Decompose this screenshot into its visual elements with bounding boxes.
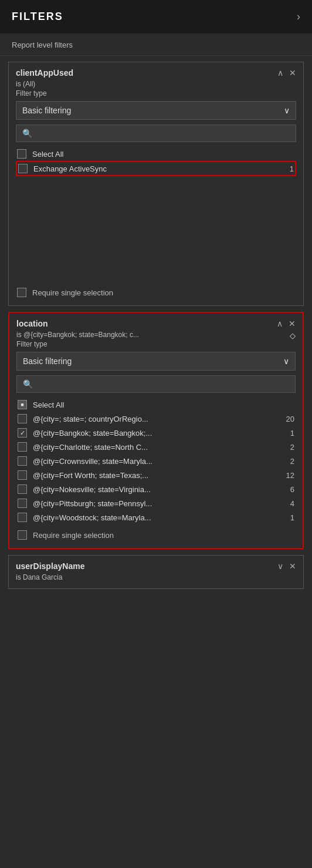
label-location-0: @{city=; state=; countryOrRegio... — [33, 415, 148, 423]
count-location-7: 1 — [290, 513, 294, 522]
checkbox-row-selectall-location[interactable]: Select All — [16, 398, 296, 412]
label-location-6: @{city=Pittsburgh; state=Pennsyl... — [33, 499, 152, 508]
checkbox-location-6[interactable] — [18, 499, 27, 508]
checkbox-location-1[interactable] — [18, 428, 27, 438]
filter-card-header-location: location ∧ ✕ — [16, 319, 296, 328]
count-location-6: 4 — [290, 499, 294, 508]
checkbox-label-exchangeactivesync: Exchange ActiveSync — [33, 164, 107, 173]
collapse-icon-location[interactable]: ∧ — [277, 319, 283, 328]
checkbox-row-location-1[interactable]: @{city=Bangkok; state=Bangkok;... 1 — [16, 426, 296, 440]
filter-status-clientappused: is (All) — [16, 80, 296, 88]
count-location-1: 1 — [290, 429, 294, 438]
collapse-icon-clientappused[interactable]: ∧ — [277, 68, 283, 78]
checkbox-row-location-7[interactable]: @{city=Woodstock; state=Maryla... 1 — [16, 510, 296, 524]
spacer-clientappused — [16, 176, 296, 282]
filter-card-actions: ∧ ✕ — [277, 68, 296, 78]
filter-type-value-clientappused: Basic filtering — [22, 106, 71, 115]
label-location-3: @{city=Crownsville; state=Maryla... — [33, 457, 152, 466]
checkbox-location-5[interactable] — [18, 485, 27, 494]
filter-title-userdisplayname: userDisplayName — [16, 561, 85, 571]
require-label-clientappused: Require single selection — [32, 288, 113, 297]
filter-card-actions-userdisplayname: ∨ ✕ — [277, 561, 296, 571]
filter-type-value-location: Basic filtering — [23, 356, 72, 366]
checkbox-row-selectall-clientappused[interactable]: Select All — [16, 147, 296, 161]
filter-card-userdisplayname: userDisplayName ∨ ✕ is Dana Garcia — [8, 555, 304, 589]
checkbox-require-location[interactable] — [18, 530, 27, 540]
label-location-7: @{city=Woodstock; state=Maryla... — [33, 513, 151, 522]
checkbox-exchangeactivesync[interactable] — [18, 164, 28, 173]
filter-type-dropdown-location[interactable]: Basic filtering ∨ — [16, 352, 296, 371]
filters-title: FILTERS — [12, 11, 63, 23]
close-icon-location[interactable]: ✕ — [289, 319, 296, 328]
filter-card-header-userdisplayname: userDisplayName ∨ ✕ — [16, 561, 296, 571]
label-location-5: @{city=Nokesville; state=Virginia... — [33, 485, 151, 494]
checkbox-row-location-6[interactable]: @{city=Pittsburgh; state=Pennsyl... 4 — [16, 496, 296, 510]
filter-title-location: location — [16, 319, 48, 328]
checkbox-row-location-3[interactable]: @{city=Crownsville; state=Maryla... 2 — [16, 454, 296, 468]
checkbox-location-7[interactable] — [18, 513, 27, 522]
checkbox-location-0[interactable] — [18, 414, 27, 423]
search-icon-clientappused: 🔍 — [22, 129, 32, 138]
search-icon-location: 🔍 — [23, 379, 33, 389]
count-exchangeactivesync: 1 — [290, 164, 294, 173]
filter-card-clientappused: clientAppUsed ∧ ✕ is (All) Filter type B… — [8, 62, 304, 306]
filter-status-location: is @{city=Bangkok; state=Bangkok; c... — [16, 331, 139, 339]
filter-title-clientappused: clientAppUsed — [16, 68, 73, 78]
checkbox-row-location-2[interactable]: @{city=Charlotte; state=North C... 2 — [16, 440, 296, 454]
filter-card-actions-location: ∧ ✕ — [277, 319, 296, 328]
collapse-icon-userdisplayname[interactable]: ∨ — [277, 561, 283, 571]
checkbox-require-clientappused[interactable] — [17, 288, 26, 297]
filter-card-location: location ∧ ✕ is @{city=Bangkok; state=Ba… — [8, 312, 304, 549]
filter-search-clientappused[interactable]: 🔍 — [16, 125, 296, 142]
checkbox-row-location-0[interactable]: @{city=; state=; countryOrRegio... 20 — [16, 412, 296, 426]
checkbox-label-selectall-location: Select All — [33, 401, 64, 409]
count-location-4: 12 — [286, 471, 294, 480]
require-label-location: Require single selection — [33, 531, 114, 540]
label-location-1: @{city=Bangkok; state=Bangkok;... — [33, 429, 152, 438]
checkbox-row-location-4[interactable]: @{city=Fort Worth; state=Texas;... 12 — [16, 468, 296, 482]
label-location-4: @{city=Fort Worth; state=Texas;... — [33, 471, 148, 480]
filter-status-userdisplayname: is Dana Garcia — [16, 573, 296, 581]
close-icon-clientappused[interactable]: ✕ — [289, 68, 296, 78]
checkbox-location-4[interactable] — [18, 470, 27, 480]
require-row-clientappused[interactable]: Require single selection — [16, 282, 296, 300]
count-location-3: 2 — [290, 457, 294, 466]
filter-type-label-clientappused: Filter type — [16, 89, 296, 97]
checkbox-selectall-clientappused[interactable] — [17, 149, 26, 159]
dropdown-arrow-location: ∨ — [283, 356, 289, 366]
checkbox-location-2[interactable] — [18, 442, 27, 452]
label-location-2: @{city=Charlotte; state=North C... — [33, 443, 148, 452]
close-icon-userdisplayname[interactable]: ✕ — [289, 561, 296, 571]
section-label: Report level filters — [0, 33, 312, 56]
checkbox-label-selectall: Select All — [32, 150, 63, 159]
count-location-5: 6 — [290, 485, 294, 494]
collapse-arrow[interactable]: › — [297, 11, 300, 23]
checkbox-row-location-5[interactable]: @{city=Nokesville; state=Virginia... 6 — [16, 482, 296, 496]
filters-header: FILTERS › — [0, 0, 312, 33]
checkbox-selectall-location[interactable] — [18, 400, 27, 409]
filter-search-location[interactable]: 🔍 — [16, 375, 296, 393]
require-row-location[interactable]: Require single selection — [16, 524, 296, 542]
filter-card-header: clientAppUsed ∧ ✕ — [16, 68, 296, 78]
count-location-2: 2 — [290, 443, 294, 452]
count-location-0: 20 — [286, 415, 294, 423]
checkbox-location-3[interactable] — [18, 456, 27, 466]
search-input-clientappused[interactable] — [36, 129, 290, 138]
filter-type-label-location: Filter type — [16, 340, 296, 348]
dropdown-arrow-clientappused: ∨ — [284, 106, 290, 115]
eraser-icon-location[interactable]: ◇ — [290, 331, 296, 340]
search-input-location[interactable] — [36, 380, 289, 389]
filter-type-dropdown-clientappused[interactable]: Basic filtering ∨ — [16, 101, 296, 120]
checkbox-row-exchangeactivesync[interactable]: Exchange ActiveSync 1 — [16, 161, 296, 176]
